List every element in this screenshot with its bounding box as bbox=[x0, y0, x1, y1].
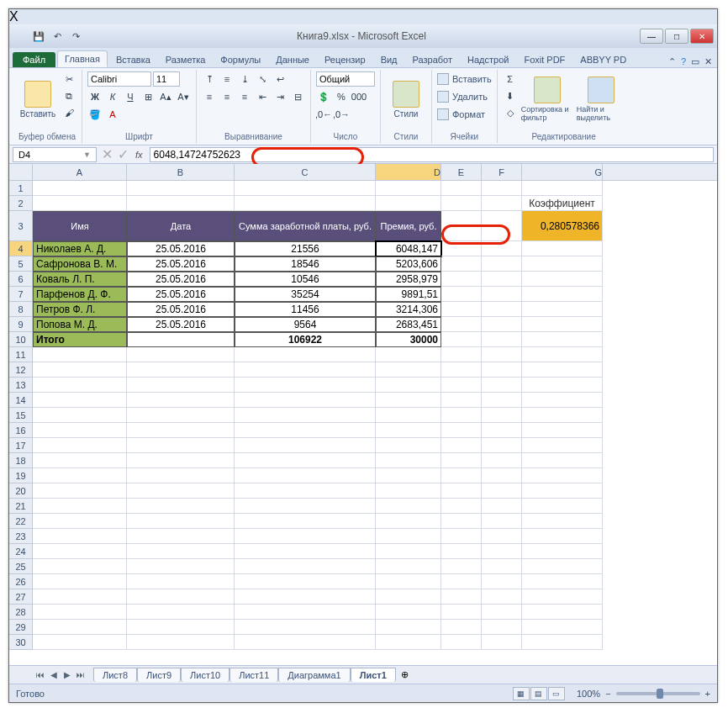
row-header[interactable]: 7 bbox=[9, 287, 33, 302]
tab-layout[interactable]: Разметка bbox=[159, 52, 213, 67]
tab-insert[interactable]: Вставка bbox=[109, 52, 157, 67]
cell-D6[interactable]: 2958,979 bbox=[376, 272, 441, 287]
row-header[interactable]: 17 bbox=[9, 438, 33, 453]
cell-D4[interactable]: 6048,147 bbox=[376, 241, 441, 256]
cell-D25[interactable] bbox=[376, 559, 441, 574]
zoom-out-icon[interactable]: − bbox=[605, 689, 610, 699]
cell-G2[interactable]: Коэффициент bbox=[522, 196, 603, 211]
cell-F12[interactable] bbox=[482, 362, 522, 378]
cell-C10[interactable]: 106922 bbox=[235, 332, 376, 347]
cell-B15[interactable] bbox=[127, 408, 235, 423]
cell-F26[interactable] bbox=[482, 574, 522, 589]
align-top-icon[interactable]: ⤒ bbox=[202, 71, 217, 87]
cell-B22[interactable] bbox=[127, 514, 235, 529]
fill-color-icon[interactable]: 🪣 bbox=[87, 107, 103, 122]
cell-G29[interactable] bbox=[522, 620, 603, 635]
help-icon[interactable]: ? bbox=[681, 56, 686, 67]
cell-E20[interactable] bbox=[441, 483, 482, 499]
cell-D18[interactable] bbox=[376, 453, 441, 468]
cell-E3[interactable] bbox=[441, 211, 482, 241]
tab-foxit[interactable]: Foxit PDF bbox=[517, 52, 572, 67]
cell-G18[interactable] bbox=[522, 453, 603, 468]
cell-B16[interactable] bbox=[127, 423, 235, 438]
cell-B20[interactable] bbox=[127, 483, 235, 499]
row-header[interactable]: 29 bbox=[9, 620, 33, 635]
row-header[interactable]: 14 bbox=[9, 393, 33, 408]
cell-A23[interactable] bbox=[33, 529, 127, 544]
cell-G15[interactable] bbox=[522, 408, 603, 423]
cell-A21[interactable] bbox=[33, 499, 127, 514]
cell-G20[interactable] bbox=[522, 483, 603, 499]
qat-save-icon[interactable]: 💾 bbox=[31, 29, 46, 44]
cell-E29[interactable] bbox=[441, 620, 482, 635]
cell-A5[interactable]: Сафронова В. М. bbox=[33, 256, 127, 272]
cell-D28[interactable] bbox=[376, 605, 441, 620]
row-header[interactable]: 18 bbox=[9, 453, 33, 468]
cell-B28[interactable] bbox=[127, 605, 235, 620]
fill-icon[interactable]: ⬇ bbox=[503, 88, 518, 103]
sheet-tab[interactable]: Диаграмма1 bbox=[278, 668, 350, 682]
zoom-slider[interactable] bbox=[616, 692, 700, 695]
cell-C28[interactable] bbox=[235, 605, 376, 620]
cell-B8[interactable]: 25.05.2016 bbox=[127, 302, 235, 317]
cell-C30[interactable] bbox=[235, 635, 376, 650]
indent-inc-icon[interactable]: ⇥ bbox=[272, 89, 288, 104]
cell-A30[interactable] bbox=[33, 635, 127, 650]
cell-G8[interactable] bbox=[522, 302, 603, 317]
cell-A2[interactable] bbox=[33, 196, 127, 211]
cell-F21[interactable] bbox=[482, 499, 522, 514]
sheet-tab[interactable]: Лист1 bbox=[351, 668, 396, 682]
tab-home[interactable]: Главная bbox=[57, 50, 108, 67]
cell-G28[interactable] bbox=[522, 605, 603, 620]
cell-A27[interactable] bbox=[33, 589, 127, 605]
cell-D30[interactable] bbox=[376, 635, 441, 650]
cell-D23[interactable] bbox=[376, 529, 441, 544]
delete-cells-button[interactable]: Удалить bbox=[437, 89, 488, 104]
cell-B14[interactable] bbox=[127, 393, 235, 408]
zoom-in-icon[interactable]: + bbox=[705, 689, 710, 699]
cell-E12[interactable] bbox=[441, 362, 482, 378]
cell-E13[interactable] bbox=[441, 378, 482, 393]
cell-G11[interactable] bbox=[522, 347, 603, 362]
cell-D21[interactable] bbox=[376, 499, 441, 514]
cell-C1[interactable] bbox=[235, 181, 376, 196]
view-break-icon[interactable]: ▭ bbox=[548, 687, 565, 700]
row-header[interactable]: 9 bbox=[9, 317, 33, 332]
cell-F10[interactable] bbox=[482, 332, 522, 347]
cell-D14[interactable] bbox=[376, 393, 441, 408]
worksheet-grid[interactable]: A B C D E F G 12345678910111213141516171… bbox=[9, 164, 717, 679]
cell-A9[interactable]: Попова М. Д. bbox=[33, 317, 127, 332]
cell-G30[interactable] bbox=[522, 635, 603, 650]
cell-E28[interactable] bbox=[441, 605, 482, 620]
cell-D1[interactable] bbox=[376, 181, 441, 196]
cell-F14[interactable] bbox=[482, 393, 522, 408]
row-header[interactable]: 27 bbox=[9, 589, 33, 605]
cell-A10[interactable]: Итого bbox=[33, 332, 127, 347]
cell-C15[interactable] bbox=[235, 408, 376, 423]
cell-D15[interactable] bbox=[376, 408, 441, 423]
cell-A7[interactable]: Парфенов Д. Ф. bbox=[33, 287, 127, 302]
cell-F22[interactable] bbox=[482, 514, 522, 529]
select-all-corner[interactable] bbox=[9, 164, 33, 180]
cell-C2[interactable] bbox=[235, 196, 376, 211]
sheet-nav-prev-icon[interactable]: ◀ bbox=[48, 669, 60, 681]
cell-B25[interactable] bbox=[127, 559, 235, 574]
minimize-button[interactable]: — bbox=[640, 29, 663, 44]
cell-G17[interactable] bbox=[522, 438, 603, 453]
row-header[interactable]: 19 bbox=[9, 468, 33, 483]
comma-icon[interactable]: 000 bbox=[351, 89, 367, 104]
sheet-tab[interactable]: Лист8 bbox=[93, 668, 137, 682]
cell-F25[interactable] bbox=[482, 559, 522, 574]
autosum-icon[interactable]: Σ bbox=[503, 71, 518, 87]
cell-C29[interactable] bbox=[235, 620, 376, 635]
cell-E19[interactable] bbox=[441, 468, 482, 483]
underline-icon[interactable]: Ч bbox=[123, 89, 138, 104]
cell-F20[interactable] bbox=[482, 483, 522, 499]
cell-A26[interactable] bbox=[33, 574, 127, 589]
row-header[interactable]: 24 bbox=[9, 544, 33, 559]
sheet-nav-first-icon[interactable]: ⏮ bbox=[34, 669, 46, 681]
percent-icon[interactable]: % bbox=[334, 89, 349, 104]
cell-C21[interactable] bbox=[235, 499, 376, 514]
cell-A11[interactable] bbox=[33, 347, 127, 362]
cell-B12[interactable] bbox=[127, 362, 235, 378]
